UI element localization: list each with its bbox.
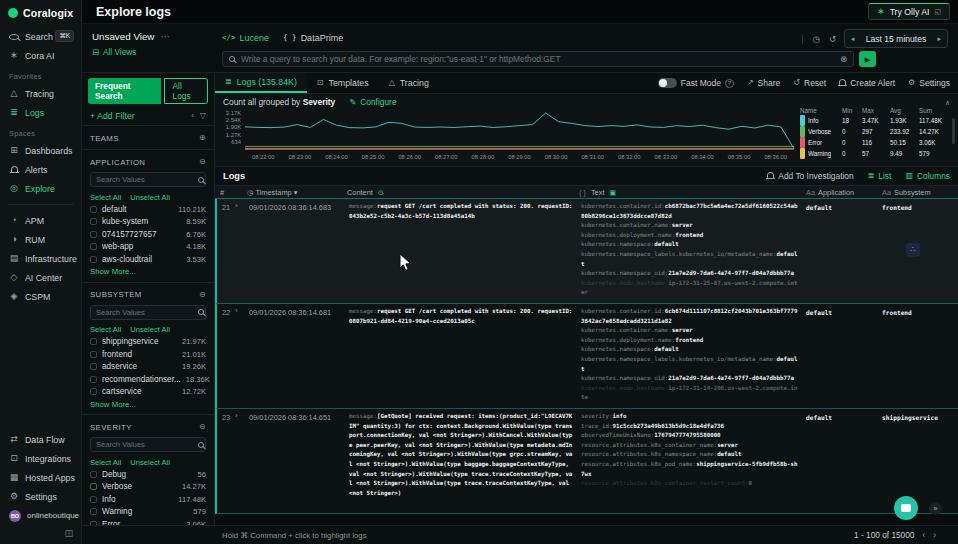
checkbox[interactable] (90, 338, 97, 345)
create-alert-button[interactable]: Create Alert (839, 78, 895, 88)
prev-page-icon[interactable]: ‹ (922, 531, 925, 539)
sidebar-item-rum[interactable]: ◑ RUM (0, 230, 81, 249)
filter-value-row[interactable]: 0741577276576.76K (90, 228, 206, 241)
query-history-clock-icon[interactable]: ◷ (812, 35, 819, 44)
try-olly-ai-button[interactable]: ∗ Try Olly AI ◱ (868, 3, 950, 20)
time-forward-icon[interactable]: ▸ (937, 35, 941, 42)
filter-search-input[interactable] (96, 175, 194, 184)
log-row[interactable]: 23›09/01/2026 08:36:14.651message:[GetQu… (215, 409, 958, 514)
sidebar-item-dashboards[interactable]: ⊞ Dashboards (0, 141, 81, 160)
sidebar-item-ai-center[interactable]: ◇ AI Center (0, 268, 81, 287)
log-row[interactable]: 21›09/01/2026 08:36:14.683message:reques… (215, 199, 958, 304)
sidebar-item-settings[interactable]: ⚙ Settings (0, 487, 81, 506)
checkbox[interactable] (90, 483, 97, 490)
query-input[interactable] (241, 54, 834, 64)
expand-row-icon[interactable]: › (235, 304, 249, 408)
time-range-picker[interactable]: ◂ Last 15 minutes ▸ (844, 29, 948, 48)
filter-search-input[interactable] (96, 308, 194, 317)
sidebar-item-cspm[interactable]: ◈ CSPM (0, 287, 81, 306)
frequent-search-tab[interactable]: Frequent Search (88, 78, 161, 104)
legend-series-name[interactable]: Verbose (800, 126, 842, 137)
list-view-button[interactable]: ≣ List (868, 171, 892, 181)
view-menu-icon[interactable]: ⋯ (160, 32, 170, 42)
checkbox[interactable] (90, 363, 97, 370)
select-all-link[interactable]: Select All (90, 325, 121, 334)
sidebar-item-infrastructure[interactable]: ▤ Infrastructure (0, 249, 81, 268)
collapse-filters-icon[interactable]: ‹ (191, 112, 194, 120)
filter-value-row[interactable]: shippingservice21.97K (90, 336, 206, 349)
help-icon[interactable]: ? (725, 79, 734, 88)
chat-support-button[interactable] (894, 496, 918, 520)
checkbox[interactable] (90, 243, 97, 250)
unselect-all-link[interactable]: Unselect All (130, 458, 170, 467)
sidebar-item-alerts[interactable]: Alerts (0, 160, 81, 179)
related-traces-button[interactable]: ∴ (906, 243, 920, 257)
tab-tracing[interactable]: △ Tracing (379, 73, 439, 93)
checkbox[interactable] (90, 508, 97, 515)
filter-search-input[interactable] (96, 440, 194, 449)
legend-series-name[interactable]: Warning (800, 148, 842, 159)
checkbox[interactable] (90, 206, 97, 213)
col-header-timestamp[interactable]: ◷ Timestamp ▾ (247, 188, 347, 197)
collapse-section-icon[interactable]: ⊖ (199, 158, 206, 166)
restore-query-icon[interactable]: ↺ (829, 35, 836, 44)
checkbox[interactable] (90, 471, 97, 478)
brand-logo[interactable]: Coralogix (0, 0, 81, 27)
tab-logs[interactable]: ≣ Logs (135.84K) (215, 73, 307, 93)
legend-series-name[interactable]: Info (800, 115, 842, 126)
checkbox[interactable] (90, 256, 97, 263)
col-header-subsystem[interactable]: AaSubsystem (882, 188, 958, 197)
collapse-section-icon[interactable]: ⊖ (199, 291, 206, 299)
filter-funnel-icon[interactable]: ▽ (200, 112, 206, 120)
expand-row-icon[interactable]: › (235, 409, 249, 513)
sidebar-item-integrations[interactable]: ⊡ Integrations (0, 449, 81, 468)
configure-chart-button[interactable]: ✎ Configure (349, 97, 396, 107)
filter-value-row[interactable]: adservice19.26K (90, 361, 206, 374)
sidebar-item-data-flow[interactable]: ⇄ Data Flow (0, 430, 81, 449)
sidebar-item-search[interactable]: Search ⌘K (0, 27, 81, 46)
filter-value-row[interactable]: web-app4.18K (90, 241, 206, 254)
filter-value-row[interactable]: Error3.06K (90, 518, 206, 525)
fast-mode-toggle[interactable]: Fast Mode ? (658, 78, 734, 88)
hide-widget-button[interactable]: » (929, 502, 942, 515)
all-logs-tab[interactable]: All Logs (164, 78, 208, 104)
all-views-link[interactable]: ⊟ All Views (92, 47, 215, 57)
collapse-sidebar-icon[interactable]: ◫ (64, 529, 73, 538)
legend-series-name[interactable]: Error (800, 137, 842, 148)
col-header-content[interactable]: Content ⊙ (347, 188, 579, 197)
query-mode-lucene[interactable]: </> Lucene (222, 33, 269, 43)
col-header-application[interactable]: AaApplication (806, 188, 882, 197)
checkbox[interactable] (90, 388, 97, 395)
filter-value-row[interactable]: frontend21.01K (90, 348, 206, 361)
sidebar-item-apm[interactable]: ◔ APM (0, 211, 81, 230)
filter-value-row[interactable]: cartservice12.72K (90, 386, 206, 399)
columns-button[interactable]: ▥ Columns (905, 171, 950, 181)
select-all-link[interactable]: Select All (90, 458, 121, 467)
filter-value-row[interactable]: recommendationser...18.36K (90, 373, 206, 386)
sidebar-item-cora-ai[interactable]: ∗ Cora AI (0, 46, 81, 65)
workspace-switcher[interactable]: BO onlineboutique (0, 506, 81, 525)
select-all-link[interactable]: Select All (90, 193, 121, 202)
legend-scrollbar[interactable] (952, 118, 955, 144)
sidebar-item-hosted-apps[interactable]: ▦ Hosted Apps (0, 468, 81, 487)
expand-row-icon[interactable]: › (235, 199, 249, 303)
filter-value-row[interactable]: Warning579 (90, 506, 206, 519)
filter-value-row[interactable]: Info117.48K (90, 493, 206, 506)
checkbox[interactable] (90, 376, 97, 383)
tab-templates[interactable]: ⊡ Templates (307, 73, 379, 93)
query-mode-dataprime[interactable]: { } DataPrime (283, 33, 343, 43)
filter-value-row[interactable]: Verbose14.27K (90, 481, 206, 494)
sidebar-item-logs[interactable]: ≣ Logs (0, 103, 81, 122)
filter-value-row[interactable]: Debug56 (90, 468, 206, 481)
sidebar-item-tracing[interactable]: △ Tracing (0, 84, 81, 103)
settings-button[interactable]: ⚙Settings (908, 78, 950, 88)
next-page-icon[interactable]: › (933, 531, 936, 539)
filter-value-row[interactable]: default110.21K (90, 203, 206, 216)
unselect-all-link[interactable]: Unselect All (130, 325, 170, 334)
share-button[interactable]: ↗Share (747, 78, 780, 88)
checkbox[interactable] (90, 496, 97, 503)
checkbox[interactable] (90, 218, 97, 225)
collapse-section-icon[interactable]: ⊖ (199, 423, 206, 431)
run-query-button[interactable]: ▶ (859, 51, 876, 67)
show-more-link[interactable]: Show More... (90, 266, 206, 278)
